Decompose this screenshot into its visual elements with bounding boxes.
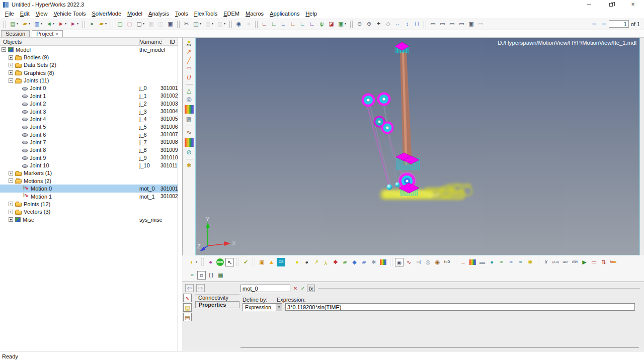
grid-g-icon[interactable]: G <box>197 271 206 280</box>
restore-button[interactable] <box>600 0 622 9</box>
solver-diff-icon[interactable]: ∂/∂t <box>571 258 579 266</box>
deformable-icon[interactable] <box>380 259 386 265</box>
force-arrow-icon[interactable]: → <box>459 258 467 266</box>
import-icon-dropdown[interactable]: ▾ <box>53 20 56 28</box>
signal-waves-icon[interactable]: ≈ <box>188 271 196 280</box>
tree-row-graphics-8-[interactable]: +Graphics (8) <box>0 69 178 76</box>
tree-row-joint-10[interactable]: Joint 10j_10301011 <box>0 161 178 169</box>
vector-icon[interactable]: ↗ <box>312 258 320 266</box>
proj2-icon[interactable]: ▭ <box>438 20 447 28</box>
joint-tool-icon[interactable]: ⊣ <box>414 258 423 266</box>
motion-tool-icon[interactable]: ∿ <box>405 258 413 266</box>
checker-sphere-icon[interactable]: ◕ <box>302 258 311 266</box>
braces-icon[interactable]: { } <box>207 271 215 280</box>
expand-icon[interactable]: + <box>9 70 13 75</box>
session-folder-icon[interactable]: ▰ <box>97 20 106 28</box>
marker-icon[interactable]: ✱ <box>331 258 340 266</box>
menu-file[interactable]: File <box>2 10 17 18</box>
pan-icon[interactable]: ◇ <box>384 20 392 28</box>
spline-icon[interactable]: U <box>185 73 194 82</box>
check-model-icon[interactable]: ✔ <box>242 258 250 266</box>
expand-icon[interactable]: + <box>9 210 13 214</box>
panel-next-button[interactable]: ⇨ <box>196 284 205 292</box>
solid-icon[interactable]: ◆ <box>350 258 359 266</box>
menu-help[interactable]: Help <box>302 10 320 18</box>
minimize-button[interactable] <box>578 0 600 9</box>
clear-button[interactable]: ✕ <box>292 285 299 292</box>
folder-warning-icon[interactable]: ▲ <box>267 258 276 266</box>
panel-form-icon[interactable]: ▤ <box>183 313 192 321</box>
import-icon[interactable]: ◄ <box>45 20 53 28</box>
tree-row-joint-4[interactable]: Joint 4j_4301005 <box>0 115 178 123</box>
tab-session[interactable]: Session <box>1 30 30 37</box>
panel-table-icon[interactable]: ▤ <box>183 303 192 312</box>
expand-icon[interactable]: + <box>9 202 13 206</box>
cut-icon[interactable]: ✂ <box>182 20 191 28</box>
copy-icon-dropdown[interactable]: ▾ <box>200 20 203 28</box>
paste-icon[interactable]: ▤ <box>204 20 212 28</box>
present-icon-dropdown[interactable]: ▾ <box>345 20 348 28</box>
axes-icon[interactable]: ✱ <box>369 258 378 266</box>
entity-name-field[interactable] <box>240 285 290 292</box>
expand-icon[interactable]: + <box>9 63 13 67</box>
tree-row-vectors-3-[interactable]: +Vectors (3) <box>0 208 178 216</box>
export-ppt-icon[interactable]: ► <box>69 20 77 28</box>
view-xy-icon[interactable]: ∟ <box>260 20 269 28</box>
menu-model[interactable]: Model <box>124 10 145 18</box>
single-window-icon[interactable]: ▢ <box>135 20 143 28</box>
bushing-icon[interactable]: ≈ <box>507 258 515 266</box>
body-box-icon[interactable]: ◉ <box>395 258 404 266</box>
tab-properties[interactable]: Properties <box>195 301 239 308</box>
user-profile-icon[interactable]: ● <box>88 20 96 28</box>
paste-special-icon-dropdown[interactable]: ▾ <box>224 20 227 28</box>
export-icon-dropdown[interactable]: ▾ <box>65 20 68 28</box>
save-model-icon-dropdown[interactable]: ▾ <box>41 20 44 28</box>
tree-row-markers-1-[interactable]: +Markers (1) <box>0 169 178 177</box>
tree-row-joints-11-[interactable]: −Joints (11) <box>0 76 178 84</box>
zoom-window-icon[interactable]: ◉ <box>234 20 243 28</box>
particles-icon[interactable]: ✱ <box>185 161 194 170</box>
menu-applications[interactable]: Applications <box>267 10 302 18</box>
tree-row-motion-1[interactable]: Motion 1mot_1301002 <box>0 193 178 200</box>
menu-macros[interactable]: Macros <box>243 10 267 18</box>
view-yz-icon[interactable]: ∟ <box>308 20 316 28</box>
viewport-canvas[interactable]: Y X Z D:/Hyperspawn/MotionView/HYP/Motio… <box>195 38 640 255</box>
view-zy-icon[interactable]: ∟ <box>298 20 307 28</box>
shaded-sphere-icon[interactable]: ◐ <box>188 258 196 266</box>
menu-view[interactable]: View <box>33 10 51 18</box>
iso-view-icon[interactable]: ψ <box>317 20 326 28</box>
sphere-contact-icon[interactable]: ● <box>488 258 496 266</box>
single-window-icon-dropdown[interactable]: ▾ <box>143 20 146 28</box>
tree-row-joint-7[interactable]: Joint 7j_7301008 <box>0 138 178 146</box>
combo-dropdown-icon[interactable]: ▾ <box>276 304 282 311</box>
field-icon[interactable]: ≈ <box>516 258 525 266</box>
page-number-field[interactable] <box>609 20 629 28</box>
tree-row-joint-2[interactable]: Joint 2j_2301003 <box>0 100 178 108</box>
proj3-icon[interactable]: ▭ <box>448 20 456 28</box>
expand-icon[interactable]: + <box>9 55 13 60</box>
tree-row-bodies-9-[interactable]: +Bodies (9) <box>0 53 178 61</box>
fit-view-icon[interactable]: + <box>374 20 383 28</box>
panel-prev-button[interactable]: ⇦ <box>185 284 194 292</box>
menu-tools[interactable]: Tools <box>172 10 191 18</box>
expression-field[interactable] <box>285 303 635 311</box>
color-wheel-icon[interactable]: ● <box>206 258 215 266</box>
close-button[interactable]: × <box>622 0 644 9</box>
expand-icon[interactable]: + <box>9 217 13 222</box>
window-spring-icon[interactable]: ▩ <box>185 115 194 124</box>
folder-load-icon[interactable]: ▣ <box>258 258 266 266</box>
tree-row-joint-0[interactable]: Joint 0j_0301001 <box>0 84 178 92</box>
proj4-icon[interactable]: ▭ <box>457 20 466 28</box>
page-forward-icon[interactable]: ⇨ <box>600 20 608 28</box>
tree-row-motions-2-[interactable]: −Motions (2) <box>0 177 178 185</box>
folder-cs-icon[interactable]: CS <box>277 258 285 266</box>
page-back-icon[interactable]: ⇦ <box>590 20 599 28</box>
view-yx-icon[interactable]: ∟ <box>270 20 278 28</box>
tree-row-motion-0[interactable]: Motion 0mot_0301001 <box>0 185 178 192</box>
cylinder-icon[interactable]: ▬ <box>478 258 487 266</box>
help-window-icon[interactable]: ▣ <box>166 20 175 28</box>
stack-icon[interactable] <box>185 138 194 147</box>
grid-window-icon[interactable]: ▦ <box>147 20 155 28</box>
new-model-icon[interactable]: ▤ <box>9 20 17 28</box>
export-ppt-icon-dropdown[interactable]: ▾ <box>77 20 80 28</box>
